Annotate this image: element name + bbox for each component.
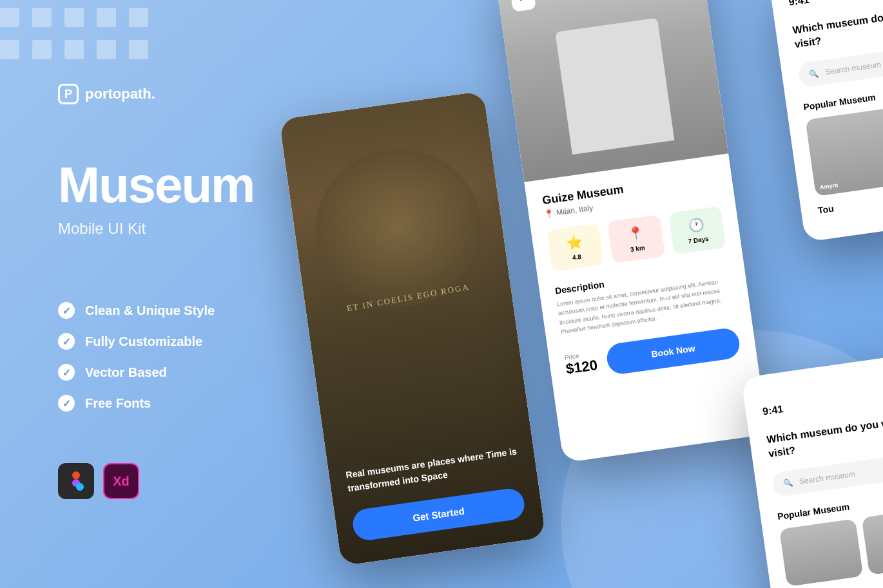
book-now-button[interactable]: Book Now [605, 327, 742, 375]
tool-badges: Xd [58, 463, 254, 499]
location-icon: 📍 [614, 223, 657, 244]
card-title: Amyra [819, 182, 838, 191]
brand-name: portopath. [85, 86, 155, 102]
status-time: 9:41 [788, 0, 883, 8]
stat-duration: 🕐 7 Days [668, 206, 726, 255]
check-icon: ✓ [58, 333, 75, 350]
figma-icon [58, 463, 94, 499]
search-icon: 🔍 [809, 68, 820, 79]
brand-icon: P [58, 84, 79, 104]
search-icon: 🔍 [782, 478, 793, 488]
phone-home-a: 9:41 Which museum do you want to visit? … [769, 0, 883, 242]
museum-card[interactable] [862, 507, 883, 575]
stat-distance: 📍 3 km [607, 214, 665, 263]
check-icon: ✓ [58, 302, 75, 319]
feature-list: ✓Clean & Unique Style ✓Fully Customizabl… [58, 302, 254, 412]
check-icon: ✓ [58, 364, 75, 381]
museum-card[interactable] [779, 518, 863, 587]
museum-card[interactable]: Amyra [805, 97, 883, 196]
feature-item: ✓Vector Based [58, 364, 254, 381]
clock-icon: 🕐 [674, 214, 718, 236]
star-icon: ⭐ [553, 231, 597, 252]
feature-item: ✓Clean & Unique Style [58, 302, 254, 319]
get-started-button[interactable]: Get Started [351, 487, 526, 542]
pin-icon: 📍 [544, 209, 555, 219]
brand-logo: P portopath. [58, 84, 254, 104]
price-value: $120 [565, 357, 599, 378]
xd-icon: Xd [103, 463, 139, 499]
tagline: Real museums are places where Time is tr… [345, 444, 519, 495]
back-button[interactable]: ← [510, 0, 536, 12]
phone-onboarding: ET IN COELIS EGO ROGA Real museums are p… [279, 91, 546, 566]
bg-decoration [0, 8, 148, 59]
page-title: Museum [58, 156, 254, 214]
feature-item: ✓Free Fonts [58, 395, 254, 412]
museum-image: ← [496, 0, 728, 182]
phone-detail: ← Guize Museum 📍 Milan, Italy ⭐ 4.8 📍 3 … [496, 0, 768, 463]
headline-question: Which museum do you want to visit? [791, 1, 883, 52]
feature-item: ✓Fully Customizable [58, 333, 254, 350]
image-inscription: ET IN COELIS EGO ROGA [306, 275, 510, 321]
check-icon: ✓ [58, 395, 75, 412]
page-subtitle: Mobile UI Kit [58, 220, 254, 238]
stat-rating: ⭐ 4.8 [547, 223, 605, 272]
headline-question: Which museum do you want to visit? [766, 411, 883, 462]
